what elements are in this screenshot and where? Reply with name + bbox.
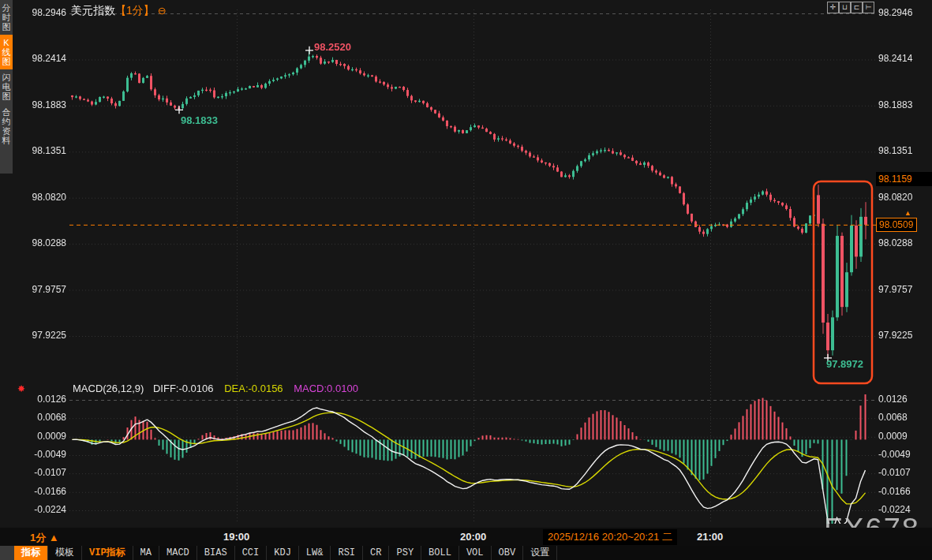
price-axis-label-right: 98.0288: [878, 237, 912, 248]
pane-layout-right-icon[interactable]: ⊏: [851, 2, 863, 13]
time-tick: 21:00: [697, 531, 723, 543]
toolbar-item-2[interactable]: 模板: [48, 546, 82, 560]
mid-low-label: 98.1833: [181, 114, 218, 126]
indicator-toolbar: 指标模板VIP指标MAMACDBIASCCIKDJLW&RSICRPSYBOLL…: [0, 546, 932, 560]
current-price-badge: 98.0509: [876, 218, 917, 232]
price-axis-label-left: 97.9757: [0, 284, 66, 295]
macd-axis-label-left: 0.0009: [0, 431, 66, 442]
macd-axis-label-left: -0.0224: [0, 504, 66, 515]
indicator-alert-icon[interactable]: ✸: [17, 383, 25, 394]
sidebar-item-1[interactable]: 分时图: [0, 0, 13, 35]
pane-expand-icon[interactable]: ⊢: [863, 2, 874, 13]
price-axis-label-left: 97.9225: [0, 330, 66, 341]
macd-axis-label-left: -0.0049: [0, 449, 66, 460]
toolbar-item-5[interactable]: MACD: [159, 546, 197, 560]
macd-axis-label-right: -0.0107: [878, 467, 911, 478]
macd-axis-label-left: -0.0107: [0, 467, 66, 478]
time-axis-bar: 1分 ▲ 2025/12/16 20:20~20:21 二 19:0020:00…: [0, 528, 932, 546]
period-tag: 【1分】: [115, 4, 155, 17]
session-high-label: 98.2520: [314, 41, 351, 53]
pane-layout-left-icon[interactable]: ⊔: [839, 2, 851, 13]
chart-type-sidebar: 分时图K线图闪电图合约资料: [0, 0, 13, 174]
toolbar-item-3[interactable]: VIP指标: [82, 546, 133, 560]
macd-axis-label-right: -0.0224: [878, 504, 911, 515]
toolbar-item-1[interactable]: 指标: [14, 546, 48, 560]
time-tick: 20:00: [460, 531, 486, 543]
macd-axis-label-left: -0.0166: [0, 486, 66, 497]
price-axis-label-right: 97.9757: [878, 284, 912, 295]
symbol-name: 美元指数: [71, 4, 115, 17]
period-selector[interactable]: 1分 ▲: [30, 531, 59, 545]
current-price-arrow-icon: ▲: [904, 209, 911, 217]
macd-header: MACD(26,12,9) DIFF:-0.0106 DEA:-0.0156 M…: [73, 383, 358, 394]
macd-params: MACD(26,12,9): [73, 383, 144, 394]
macd-axis-label-left: 0.0068: [0, 412, 66, 423]
macd-axis-label-right: 0.0126: [878, 394, 908, 405]
toolbar-item-6[interactable]: BIAS: [197, 546, 235, 560]
price-axis-label-left: 98.0820: [0, 192, 66, 203]
price-axis-label-left: 98.0288: [0, 237, 66, 248]
toolbar-item-14[interactable]: VOL: [459, 546, 492, 560]
right-high-price-badge: 98.1159: [876, 172, 932, 186]
session-low-label: 97.8972: [826, 358, 863, 370]
toolbar-item-7[interactable]: CCI: [235, 546, 268, 560]
toolbar-item-12[interactable]: PSY: [389, 546, 421, 560]
time-range-highlight: 2025/12/16 20:20~20:21 二: [543, 529, 677, 545]
toolbar-item-9[interactable]: LW&: [299, 546, 331, 560]
price-axis-label-right: 97.9225: [878, 330, 912, 341]
macd-diff-value: DIFF:-0.0106: [153, 383, 214, 394]
collapse-icon[interactable]: ⊖: [158, 5, 167, 17]
macd-axis-label-left: 0.0126: [0, 394, 66, 405]
sidebar-item-2[interactable]: K线图: [0, 35, 13, 69]
price-axis-label-right: 98.1351: [878, 145, 912, 156]
macd-axis-label-right: 0.0068: [878, 412, 908, 423]
toolbar-left-stub: [0, 546, 14, 560]
price-axis-label-right: 98.1883: [878, 99, 912, 110]
macd-axis-label-right: -0.0166: [878, 486, 911, 497]
macd-axis-label-right: 0.0009: [878, 431, 908, 442]
toolbar-item-10[interactable]: RSI: [331, 546, 363, 560]
sidebar-item-3[interactable]: 闪电图: [0, 69, 13, 104]
toolbar-item-11[interactable]: CR: [363, 546, 389, 560]
crosshair-icon[interactable]: ✛: [827, 2, 839, 13]
price-axis-label-right: 98.2414: [878, 53, 912, 64]
macd-hist-value: MACD:0.0100: [294, 383, 358, 394]
macd-axis-label-right: -0.0049: [878, 449, 911, 460]
price-axis-label-right: 98.2946: [878, 7, 912, 18]
price-axis-label-right: 98.0820: [878, 192, 912, 203]
chart-canvas[interactable]: [0, 0, 932, 560]
toolbar-item-4[interactable]: MA: [133, 546, 159, 560]
chart-application-window: 分时图K线图闪电图合约资料 美元指数【1分】⊖ ✛⊔⊏⊢ 98.294698.2…: [0, 0, 932, 560]
toolbar-item-16[interactable]: 设置: [523, 546, 557, 560]
page-title: 美元指数【1分】⊖: [71, 4, 167, 18]
macd-dea-value: DEA:-0.0156: [224, 383, 283, 394]
toolbar-item-8[interactable]: KDJ: [267, 546, 299, 560]
toolbar-item-15[interactable]: OBV: [492, 546, 524, 560]
sidebar-item-4[interactable]: 合约资料: [0, 104, 13, 148]
time-tick: 19:00: [223, 531, 249, 543]
toolbar-item-13[interactable]: BOLL: [421, 546, 459, 560]
